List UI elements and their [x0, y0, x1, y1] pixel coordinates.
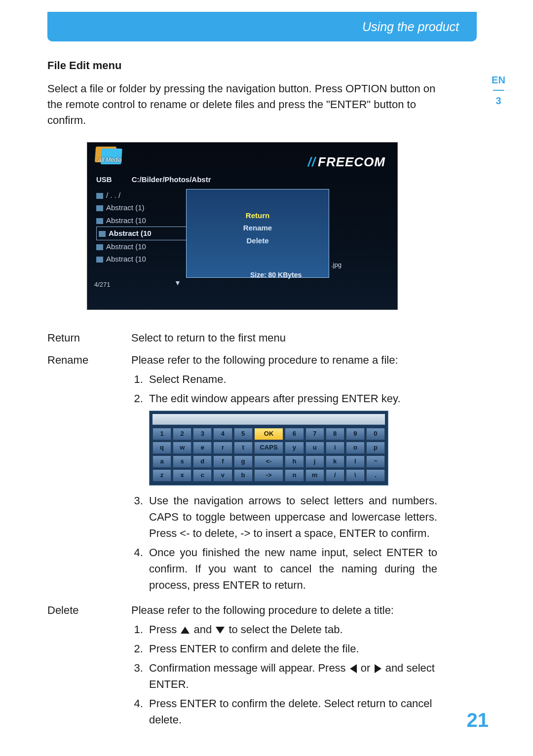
desc-delete: Please refer to the following procedure …	[131, 602, 437, 618]
page-number: 21	[467, 709, 489, 731]
lang-code: EN	[492, 75, 505, 85]
keyboard-key: w	[173, 442, 191, 454]
tab-divider	[493, 90, 504, 91]
menu-return: Return	[187, 209, 329, 222]
keyboard-key: z	[152, 469, 171, 482]
desc-return: Select to return to the first menu	[131, 330, 437, 346]
delete-step: Press ENTER to confirm the delete. Selec…	[146, 695, 437, 728]
keyboard-key: g	[234, 455, 253, 468]
delete-step: Press and to select the Delete tab.	[146, 621, 437, 638]
keyboard-key: CAPS	[254, 442, 284, 454]
keyboard-key: OK	[254, 428, 284, 440]
keyboard-key: s	[173, 455, 191, 468]
arrow-up-icon	[181, 627, 190, 634]
keyboard-key: ->	[254, 469, 284, 482]
keyboard-key: .	[366, 469, 385, 482]
keyboard-key: 1	[152, 428, 171, 440]
language-chapter-tab: EN 3	[483, 72, 514, 109]
parent-folder: / . . /	[96, 189, 195, 202]
onscreen-keyboard-screenshot: 12345OK67890qwertCAPSyuiopasdfg<-hjkl~zx…	[149, 411, 388, 486]
file-edit-screenshot: all Media //FREECOM USB C:/Bilder/Photos…	[87, 142, 398, 310]
arrow-down-icon	[216, 627, 225, 634]
keyboard-key: i	[326, 442, 344, 454]
list-item-selected: Abstract (10	[96, 227, 195, 240]
keyboard-key: x	[173, 469, 191, 482]
keyboard-key: 3	[193, 428, 212, 440]
keyboard-key: v	[213, 469, 232, 482]
keyboard-key: r	[213, 442, 232, 454]
intro-paragraph: Select a file or folder by pressing the …	[47, 81, 437, 128]
delete-step: Press ENTER to confirm and delete the fi…	[146, 641, 437, 657]
list-item: Abstract (10	[96, 253, 195, 265]
keyboard-key: a	[152, 455, 171, 468]
keyboard-key: k	[326, 455, 344, 468]
rename-step: The edit window appears after pressing E…	[146, 390, 437, 407]
keyboard-key: <-	[254, 455, 284, 468]
path-label: C:/Bilder/Photos/Abstr	[132, 175, 211, 184]
keyboard-input-field	[152, 414, 385, 425]
keyboard-key: m	[305, 469, 324, 482]
keyboard-key: /	[326, 469, 344, 482]
section-title: File Edit menu	[47, 59, 437, 72]
keyboard-key: l	[346, 455, 365, 468]
keyboard-key: 2	[173, 428, 191, 440]
keyboard-key: e	[193, 442, 212, 454]
keyboard-key: o	[346, 442, 365, 454]
keyboard-key: b	[234, 469, 253, 482]
list-item: Abstract (1)	[96, 201, 195, 214]
rename-step: Once you finished the new name input, se…	[146, 544, 437, 593]
keyboard-key: y	[285, 442, 304, 454]
context-menu: Return Rename Delete	[186, 189, 329, 278]
keyboard-key: 7	[305, 428, 324, 440]
keyboard-key: u	[305, 442, 324, 454]
rename-step: Select Rename.	[146, 371, 437, 387]
keyboard-key: 8	[326, 428, 344, 440]
keyboard-key: c	[193, 469, 212, 482]
file-ext: .jpg	[331, 261, 342, 268]
term-rename: Rename	[47, 352, 131, 596]
keyboard-key: j	[305, 455, 324, 468]
all-media-icon: all Media	[95, 147, 145, 170]
chapter-number: 3	[495, 95, 501, 106]
keyboard-key: 4	[213, 428, 232, 440]
keyboard-key: f	[213, 455, 232, 468]
scroll-down-icon: ▼	[174, 279, 181, 287]
keyboard-key: t	[234, 442, 253, 454]
keyboard-key: q	[152, 442, 171, 454]
keyboard-key: ~	[366, 455, 385, 468]
keyboard-key: \	[346, 469, 365, 482]
file-list: / . . / Abstract (1) Abstract (10 Abstra…	[96, 189, 195, 265]
keyboard-key: 5	[234, 428, 253, 440]
keyboard-key: d	[193, 455, 212, 468]
menu-rename: Rename	[187, 222, 329, 234]
list-item: Abstract (10	[96, 214, 195, 227]
arrow-left-icon	[350, 664, 357, 673]
keyboard-key: 9	[346, 428, 365, 440]
term-delete: Delete	[47, 602, 131, 731]
keyboard-key: n	[285, 469, 304, 482]
keyboard-key: 0	[366, 428, 385, 440]
desc-rename: Please refer to the following procedure …	[131, 352, 437, 368]
list-item: Abstract (10	[96, 240, 195, 253]
keyboard-key: h	[285, 455, 304, 468]
delete-step: Confirmation message will appear. Press …	[146, 660, 437, 692]
arrow-right-icon	[375, 664, 381, 673]
page-header: Using the product	[47, 12, 477, 41]
file-size: Size: 80 KBytes	[250, 271, 302, 279]
header-title: Using the product	[362, 20, 459, 34]
keyboard-key: 6	[285, 428, 304, 440]
keyboard-key: p	[366, 442, 385, 454]
brand-logo: //FREECOM	[308, 154, 385, 170]
drive-label: USB	[96, 175, 112, 184]
menu-delete: Delete	[187, 234, 329, 247]
term-return: Return	[47, 330, 131, 346]
rename-step: Use the navigation arrows to select lett…	[146, 492, 437, 541]
file-count: 4/271	[94, 281, 111, 288]
